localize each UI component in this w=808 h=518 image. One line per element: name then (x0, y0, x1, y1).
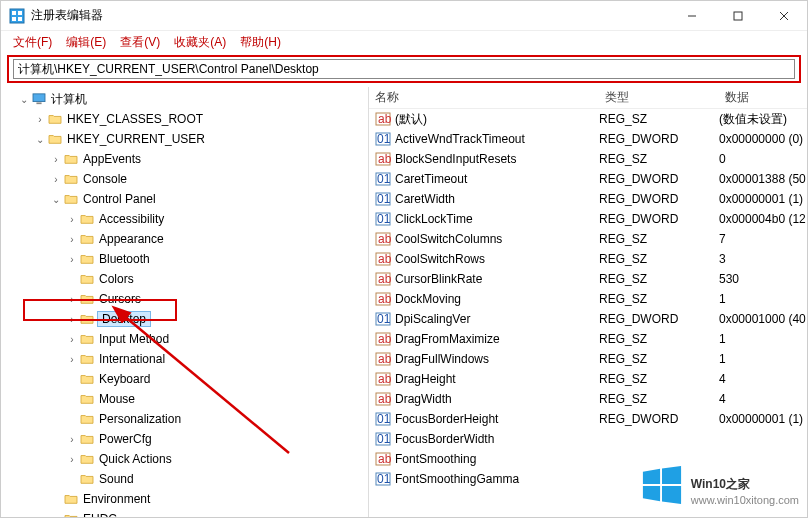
tree-item-label: Environment (81, 492, 152, 506)
tree-item[interactable]: Personalization (1, 409, 368, 429)
chevron-right-icon[interactable]: › (65, 432, 79, 446)
col-type[interactable]: 类型 (599, 87, 719, 108)
chevron-down-icon[interactable]: ⌄ (33, 132, 47, 146)
value-data: 0 (719, 152, 807, 166)
list-panel[interactable]: 名称 类型 数据 ab(默认)REG_SZ(数值未设置)011ActiveWnd… (369, 87, 807, 518)
tree-item[interactable]: Environment (1, 489, 368, 509)
value-row[interactable]: 011ActiveWndTrackTimeoutREG_DWORD0x00000… (369, 129, 807, 149)
menu-view[interactable]: 查看(V) (114, 32, 166, 53)
tree-item[interactable]: ›Appearance (1, 229, 368, 249)
value-data: 1 (719, 352, 807, 366)
tree-item[interactable]: ›Desktop (1, 309, 368, 329)
chevron-right-icon[interactable]: › (65, 252, 79, 266)
value-name: CoolSwitchColumns (395, 232, 599, 246)
svg-text:011: 011 (377, 132, 391, 146)
folder-icon (79, 272, 95, 286)
value-name: CaretTimeout (395, 172, 599, 186)
chevron-right-icon[interactable]: › (65, 292, 79, 306)
string-value-icon: ab (375, 151, 391, 167)
chevron-right-icon[interactable]: › (65, 312, 79, 326)
value-row[interactable]: abCoolSwitchColumnsREG_SZ7 (369, 229, 807, 249)
value-data: 4 (719, 392, 807, 406)
chevron-right-icon[interactable]: › (65, 212, 79, 226)
chevron-right-icon[interactable]: › (49, 172, 63, 186)
value-row[interactable]: abDockMovingREG_SZ1 (369, 289, 807, 309)
value-type: REG_SZ (599, 112, 719, 126)
chevron-right-icon[interactable]: › (49, 152, 63, 166)
maximize-button[interactable] (715, 1, 761, 31)
tree-item[interactable]: ›PowerCfg (1, 429, 368, 449)
tree-item[interactable]: Colors (1, 269, 368, 289)
chevron-right-icon[interactable]: › (65, 452, 79, 466)
value-row[interactable]: abDragHeightREG_SZ4 (369, 369, 807, 389)
tree-item[interactable]: ›EUDC (1, 509, 368, 518)
value-row[interactable]: 011DpiScalingVerREG_DWORD0x00001000 (40 (369, 309, 807, 329)
value-row[interactable]: 011FocusBorderWidth (369, 429, 807, 449)
value-row[interactable]: abBlockSendInputResetsREG_SZ0 (369, 149, 807, 169)
value-row[interactable]: ab(默认)REG_SZ(数值未设置) (369, 109, 807, 129)
value-data: 4 (719, 372, 807, 386)
value-row[interactable]: 011FocusBorderHeightREG_DWORD0x00000001 … (369, 409, 807, 429)
minimize-button[interactable] (669, 1, 715, 31)
tree-item[interactable]: ›AppEvents (1, 149, 368, 169)
value-data: 0x00001388 (50 (719, 172, 807, 186)
svg-text:011: 011 (377, 192, 391, 206)
tree-item[interactable]: ›Accessibility (1, 209, 368, 229)
tree-item-label: Input Method (97, 332, 171, 346)
tree-item[interactable]: Sound (1, 469, 368, 489)
tree-item[interactable]: ›HKEY_CLASSES_ROOT (1, 109, 368, 129)
tree-item[interactable]: ⌄计算机 (1, 89, 368, 109)
chevron-right-icon[interactable]: › (65, 352, 79, 366)
folder-icon (47, 132, 63, 146)
chevron-right-icon[interactable]: › (33, 112, 47, 126)
col-name[interactable]: 名称 (369, 87, 599, 108)
menu-favorites[interactable]: 收藏夹(A) (168, 32, 232, 53)
tree-item[interactable]: ⌄Control Panel (1, 189, 368, 209)
twist-none (65, 472, 79, 486)
tree-item[interactable]: ›Console (1, 169, 368, 189)
chevron-right-icon[interactable]: › (65, 232, 79, 246)
tree-item[interactable]: ›Quick Actions (1, 449, 368, 469)
value-row[interactable]: 011ClickLockTimeREG_DWORD0x000004b0 (12 (369, 209, 807, 229)
twist-none (65, 372, 79, 386)
value-type: REG_SZ (599, 392, 719, 406)
tree-panel[interactable]: ⌄计算机›HKEY_CLASSES_ROOT⌄HKEY_CURRENT_USER… (1, 87, 369, 518)
tree-item[interactable]: Keyboard (1, 369, 368, 389)
menu-edit[interactable]: 编辑(E) (60, 32, 112, 53)
value-row[interactable]: abCursorBlinkRateREG_SZ530 (369, 269, 807, 289)
chevron-right-icon[interactable]: › (49, 512, 63, 518)
binary-value-icon: 011 (375, 211, 391, 227)
address-bar[interactable]: 计算机\HKEY_CURRENT_USER\Control Panel\Desk… (13, 59, 795, 79)
value-row[interactable]: abDragFullWindowsREG_SZ1 (369, 349, 807, 369)
col-data[interactable]: 数据 (719, 87, 807, 108)
chevron-right-icon[interactable]: › (65, 332, 79, 346)
tree-item[interactable]: ⌄HKEY_CURRENT_USER (1, 129, 368, 149)
value-data: 3 (719, 252, 807, 266)
string-value-icon: ab (375, 271, 391, 287)
menu-file[interactable]: 文件(F) (7, 32, 58, 53)
chevron-down-icon[interactable]: ⌄ (49, 192, 63, 206)
menu-help[interactable]: 帮助(H) (234, 32, 287, 53)
folder-icon (79, 292, 95, 306)
chevron-down-icon[interactable]: ⌄ (17, 92, 31, 106)
tree-item[interactable]: ›Cursors (1, 289, 368, 309)
tree-item[interactable]: ›International (1, 349, 368, 369)
value-data: 530 (719, 272, 807, 286)
close-button[interactable] (761, 1, 807, 31)
value-data: 7 (719, 232, 807, 246)
value-type: REG_SZ (599, 152, 719, 166)
binary-value-icon: 011 (375, 131, 391, 147)
value-row[interactable]: abDragWidthREG_SZ4 (369, 389, 807, 409)
value-row[interactable]: abDragFromMaximizeREG_SZ1 (369, 329, 807, 349)
svg-text:011: 011 (377, 412, 391, 426)
tree-item-label: PowerCfg (97, 432, 154, 446)
tree-item[interactable]: Mouse (1, 389, 368, 409)
tree-item[interactable]: ›Input Method (1, 329, 368, 349)
tree-item[interactable]: ›Bluetooth (1, 249, 368, 269)
value-row[interactable]: 011CaretTimeoutREG_DWORD0x00001388 (50 (369, 169, 807, 189)
value-name: CursorBlinkRate (395, 272, 599, 286)
twist-none (49, 492, 63, 506)
value-row[interactable]: 011CaretWidthREG_DWORD0x00000001 (1) (369, 189, 807, 209)
value-name: DragHeight (395, 372, 599, 386)
value-row[interactable]: abCoolSwitchRowsREG_SZ3 (369, 249, 807, 269)
